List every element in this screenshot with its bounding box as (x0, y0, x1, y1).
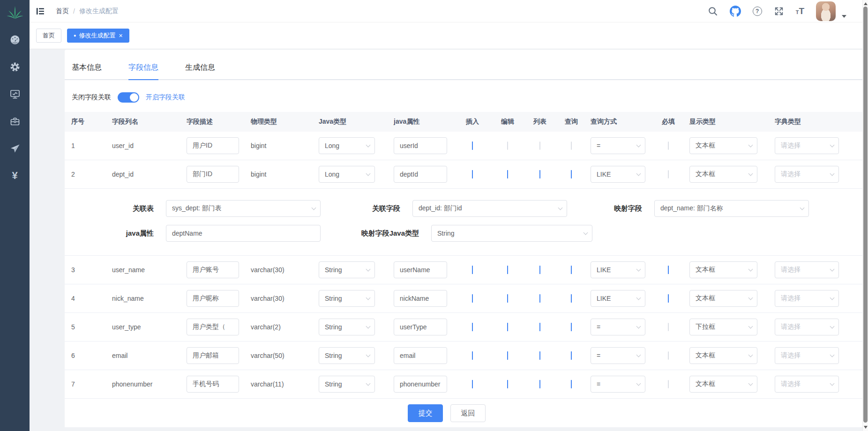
list-checkbox[interactable] (539, 294, 540, 303)
dict-type-select[interactable]: 请选择 (775, 290, 839, 307)
query-mode-select[interactable]: = (591, 347, 645, 364)
query-checkbox[interactable] (571, 323, 572, 331)
dict-type-select[interactable]: 请选择 (775, 319, 839, 335)
display-type-select[interactable]: 文本框 (689, 347, 757, 364)
query-checkbox[interactable] (571, 266, 572, 274)
tag-current[interactable]: ● 修改生成配置 × (67, 29, 129, 43)
insert-checkbox[interactable] (472, 170, 473, 178)
required-checkbox[interactable] (668, 266, 669, 274)
description-input[interactable] (187, 347, 239, 364)
dict-type-select[interactable]: 请选择 (775, 137, 839, 154)
relation-on-label[interactable]: 开启字段关联 (146, 93, 185, 102)
dict-type-select[interactable]: 请选择 (775, 376, 839, 393)
expansion-java-attr-input[interactable] (166, 225, 321, 242)
sidebar-item-dashboard[interactable] (0, 26, 30, 53)
display-type-select[interactable]: 下拉框 (689, 319, 757, 335)
query-mode-select[interactable]: LIKE (591, 290, 645, 307)
tag-close-icon[interactable]: × (119, 32, 122, 39)
dict-type-select[interactable]: 请选择 (775, 347, 839, 364)
list-checkbox[interactable] (539, 170, 540, 178)
sidebar-item-tools[interactable] (0, 108, 30, 135)
edit-checkbox[interactable] (507, 170, 508, 178)
description-input[interactable] (187, 319, 239, 335)
list-checkbox[interactable] (539, 323, 540, 331)
insert-checkbox[interactable] (472, 351, 473, 360)
required-checkbox[interactable] (668, 380, 669, 388)
relation-field-select[interactable]: dept_id: 部门id (412, 200, 567, 217)
fullscreen-icon[interactable] (774, 6, 784, 16)
java-type-select[interactable]: String (319, 290, 375, 307)
query-mode-select[interactable]: = (591, 137, 645, 154)
display-type-select[interactable]: 文本框 (689, 261, 757, 278)
search-icon[interactable] (708, 6, 718, 16)
scrollbar-down-arrow[interactable] (864, 426, 868, 429)
required-checkbox[interactable] (668, 170, 669, 178)
insert-checkbox[interactable] (472, 266, 473, 274)
query-mode-select[interactable]: LIKE (591, 166, 645, 183)
mapping-java-type-select[interactable]: String (431, 225, 592, 242)
query-checkbox[interactable] (571, 380, 572, 388)
list-checkbox[interactable] (539, 141, 540, 150)
mapping-field-select[interactable]: dept_name: 部门名称 (654, 200, 809, 217)
edit-checkbox[interactable] (507, 141, 508, 150)
java-attr-input[interactable] (394, 166, 447, 183)
display-type-select[interactable]: 文本框 (689, 376, 757, 393)
sidebar-item-finance[interactable]: ¥ (0, 162, 30, 189)
font-size-icon[interactable]: TT (796, 6, 804, 16)
query-checkbox[interactable] (571, 351, 572, 360)
java-attr-input[interactable] (394, 290, 447, 307)
list-checkbox[interactable] (539, 266, 540, 274)
display-type-select[interactable]: 文本框 (689, 290, 757, 307)
display-type-select[interactable]: 文本框 (689, 137, 757, 154)
edit-checkbox[interactable] (507, 380, 508, 388)
java-type-select[interactable]: Long (319, 166, 375, 183)
avatar-caret-icon[interactable] (842, 15, 846, 18)
edit-checkbox[interactable] (507, 351, 508, 360)
java-type-select[interactable]: String (319, 261, 375, 278)
java-attr-input[interactable] (394, 261, 447, 278)
edit-checkbox[interactable] (507, 266, 508, 274)
dict-type-select[interactable]: 请选择 (775, 261, 839, 278)
breadcrumb-home[interactable]: 首页 (56, 7, 69, 15)
java-type-select[interactable]: String (319, 376, 375, 393)
java-type-select[interactable]: String (319, 347, 375, 364)
insert-checkbox[interactable] (472, 294, 473, 303)
sidebar-item-deploy[interactable] (0, 135, 30, 162)
dict-type-select[interactable]: 请选择 (775, 166, 839, 183)
query-checkbox[interactable] (571, 170, 572, 178)
query-checkbox[interactable] (571, 294, 572, 303)
scrollbar-up-arrow[interactable] (864, 2, 868, 5)
description-input[interactable] (187, 166, 239, 183)
required-checkbox[interactable] (668, 294, 669, 303)
description-input[interactable] (187, 137, 239, 154)
java-attr-input[interactable] (394, 319, 447, 335)
insert-checkbox[interactable] (472, 380, 473, 388)
relation-toggle-switch[interactable] (118, 92, 139, 103)
java-attr-input[interactable] (394, 376, 447, 393)
back-button[interactable]: 返回 (450, 404, 486, 422)
required-checkbox[interactable] (668, 141, 669, 150)
help-icon[interactable]: ? (753, 7, 762, 16)
description-input[interactable] (187, 290, 239, 307)
required-checkbox[interactable] (668, 323, 669, 331)
edit-checkbox[interactable] (507, 323, 508, 331)
query-mode-select[interactable]: = (591, 376, 645, 393)
relation-table-select[interactable]: sys_dept: 部门表 (166, 200, 321, 217)
submit-button[interactable]: 提交 (408, 404, 443, 422)
insert-checkbox[interactable] (472, 323, 473, 331)
query-mode-select[interactable]: LIKE (591, 261, 645, 278)
tag-home[interactable]: 首页 (36, 29, 61, 43)
description-input[interactable] (187, 261, 239, 278)
sidebar-item-system[interactable] (0, 53, 30, 81)
github-icon[interactable] (730, 6, 741, 17)
sidebar-item-monitor[interactable] (0, 81, 30, 108)
query-mode-select[interactable]: = (591, 319, 645, 335)
tab-generate-info[interactable]: 生成信息 (185, 63, 215, 80)
tab-field-info[interactable]: 字段信息 (128, 63, 158, 80)
description-input[interactable] (187, 376, 239, 393)
insert-checkbox[interactable] (472, 141, 473, 150)
list-checkbox[interactable] (539, 351, 540, 360)
list-checkbox[interactable] (539, 380, 540, 388)
scrollbar-thumb[interactable] (863, 7, 868, 423)
required-checkbox[interactable] (668, 351, 669, 360)
